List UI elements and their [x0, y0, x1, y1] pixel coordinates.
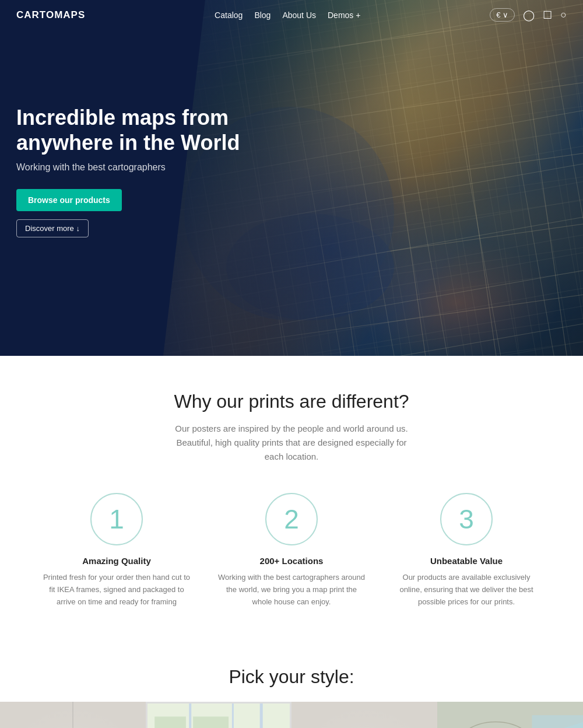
nav-link-catalog[interactable]: Catalog — [215, 10, 243, 20]
browse-products-button[interactable]: Browse our products — [16, 189, 122, 211]
feature-title-2: 200+ Locations — [216, 556, 367, 566]
pick-card-1[interactable] — [0, 702, 146, 728]
feature-desc-2: Working with the best cartographers arou… — [216, 572, 367, 608]
hero-title: Incredible maps from anywhere in the Wor… — [16, 105, 245, 155]
nav-icons: € ∨ ◯ ☐ ○ — [490, 8, 567, 22]
pick-card-street[interactable]: Street Maps — [146, 702, 292, 728]
nav-link-demos[interactable]: Demos + — [328, 10, 360, 20]
search-icon[interactable]: ○ — [560, 9, 567, 21]
hero-section: Incredible maps from anywhere in the Wor… — [0, 0, 583, 356]
nav-links: Catalog Blog About Us Demos + — [215, 10, 360, 20]
feature-value: 3 Unbeatable Value Our products are avai… — [391, 493, 542, 608]
why-section: Why our prints are different? Our poster… — [0, 356, 583, 637]
feature-desc-3: Our products are available exclusively o… — [391, 572, 542, 608]
feature-title-3: Unbeatable Value — [391, 556, 542, 566]
currency-selector[interactable]: € ∨ — [490, 8, 515, 22]
account-icon[interactable]: ◯ — [523, 9, 535, 22]
feature-number-2: 2 — [265, 493, 318, 545]
navigation: CARTOMAPS Catalog Blog About Us Demos + … — [0, 0, 583, 30]
why-description: Our posters are inspired by the people a… — [166, 422, 417, 464]
feature-quality: 1 Amazing Quality Printed fresh for your… — [41, 493, 192, 608]
hero-content: Incredible maps from anywhere in the Wor… — [0, 0, 245, 237]
pick-card-3[interactable] — [292, 702, 437, 728]
feature-number-1: 1 — [90, 493, 143, 545]
pick-style-grid: Street Maps — [0, 702, 583, 728]
pick-card-terrain[interactable]: Terrain Maps — [437, 702, 583, 728]
feature-desc-1: Printed fresh for your order then hand c… — [41, 572, 192, 608]
pick-card-terrain-inner — [437, 702, 583, 728]
why-title: Why our prints are different? — [23, 391, 560, 412]
svg-rect-15 — [154, 717, 186, 728]
pick-style-title: Pick your style: — [0, 666, 583, 688]
pick-card-street-inner — [147, 704, 290, 728]
feature-number-3: 3 — [440, 493, 493, 545]
svg-rect-24 — [532, 715, 584, 728]
nav-logo[interactable]: CARTOMAPS — [16, 9, 85, 21]
nav-link-blog[interactable]: Blog — [254, 10, 271, 20]
feature-locations: 2 200+ Locations Working with the best c… — [216, 493, 367, 608]
feature-title-1: Amazing Quality — [41, 556, 192, 566]
discover-more-button[interactable]: Discover more ↓ — [16, 219, 89, 237]
cart-icon[interactable]: ☐ — [543, 9, 552, 22]
pick-card-1-inner — [0, 702, 146, 728]
hero-subtitle: Working with the best cartographers — [16, 162, 245, 173]
nav-link-about[interactable]: About Us — [282, 10, 316, 20]
svg-rect-16 — [193, 717, 229, 728]
pick-style-section: Pick your style: — [0, 637, 583, 728]
features-row: 1 Amazing Quality Printed fresh for your… — [23, 493, 560, 608]
pick-card-3-inner — [292, 702, 437, 728]
